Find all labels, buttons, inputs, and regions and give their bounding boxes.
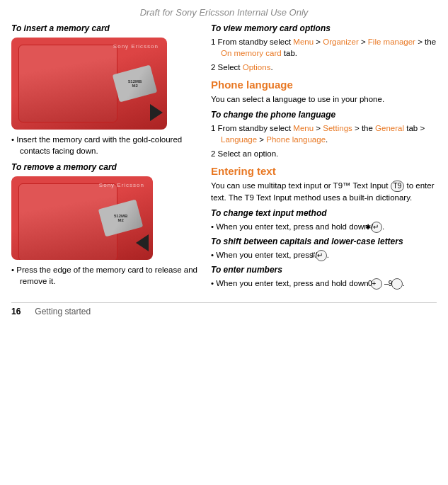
- t9-key-icon: T9: [391, 181, 405, 192]
- change-method-title: To change text input method: [211, 208, 437, 218]
- insert-card-title: To insert a memory card: [11, 23, 202, 33]
- remove-card-text: Press the edge of the memory card to rel…: [11, 264, 202, 287]
- change-lang-step1: 1 From standby select Menu > Settings > …: [211, 122, 437, 145]
- view-options-section: To view memory card options 1 From stand…: [211, 23, 437, 73]
- change-lang-title: To change the phone language: [211, 110, 437, 120]
- entering-text-heading: Entering text: [211, 165, 437, 177]
- phone-language-section: Phone language You can select a language…: [211, 79, 437, 159]
- remove-card-title: To remove a memory card: [11, 162, 202, 172]
- view-step1: 1 From standby select Menu > Organizer >…: [211, 36, 437, 59]
- insert-card-text: Insert the memory card with the gold-col…: [11, 134, 202, 156]
- view-options-title: To view memory card options: [211, 23, 437, 33]
- page-number: 16: [11, 307, 21, 316]
- enter-numbers-bullet: When you enter text, press and hold down…: [211, 278, 437, 290]
- shift-title: To shift between capitals and lower-case…: [211, 236, 437, 246]
- remove-card-image: 512MBM2 Sony Ericsson: [11, 176, 153, 260]
- left-column: To insert a memory card 512MBM2 Sony Eri…: [11, 23, 202, 295]
- phone-language-heading: Phone language: [211, 79, 437, 91]
- right-column: To view memory card options 1 From stand…: [211, 23, 437, 295]
- insert-card-image: 512MBM2 Sony Ericsson: [11, 38, 167, 130]
- zero-key-icon: 0+: [371, 278, 382, 290]
- enter-numbers-title: To enter numbers: [211, 265, 437, 275]
- change-lang-step2: 2 Select an option.: [211, 148, 437, 159]
- phone-language-body: You can select a language to use in your…: [211, 93, 437, 105]
- star-key-icon: ✱/↵: [371, 222, 382, 233]
- footer-section-label: Getting started: [35, 307, 91, 316]
- nine-key-icon: 9: [391, 278, 403, 290]
- footer: 16 Getting started: [11, 302, 437, 316]
- entering-text-section: Entering text You can use multitap text …: [211, 165, 437, 290]
- shift-bullet: When you enter text, press #/↵.: [211, 249, 437, 261]
- entering-text-body: You can use multitap text input or T9™ T…: [211, 180, 437, 204]
- hash-key-icon: #/↵: [316, 250, 327, 261]
- view-step2: 2 Select Options.: [211, 62, 437, 73]
- draft-header: Draft for Sony Ericsson Internal Use Onl…: [11, 7, 437, 18]
- change-method-bullet: When you enter text, press and hold down…: [211, 221, 437, 233]
